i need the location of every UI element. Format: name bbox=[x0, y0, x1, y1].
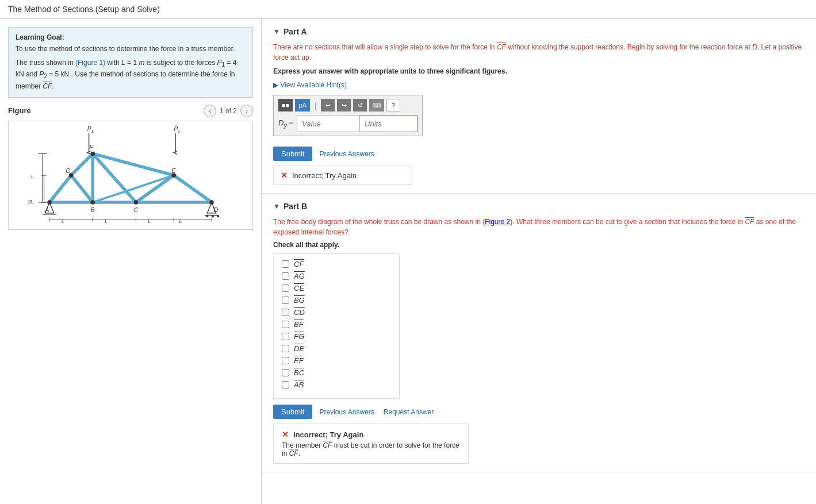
checkbox-item-ce: CE bbox=[282, 284, 391, 293]
page-title: The Method of Sections (Setup and Solve) bbox=[0, 0, 816, 19]
left-panel: Learning Goal: To use the method of sect… bbox=[0, 19, 262, 504]
part-a-section: ▼ Part A There are no sections that will… bbox=[262, 19, 816, 194]
checkbox-ab[interactable] bbox=[282, 381, 289, 388]
checkbox-ef[interactable] bbox=[282, 357, 289, 364]
checkbox-bg[interactable] bbox=[282, 297, 289, 304]
label-de[interactable]: DE bbox=[294, 344, 304, 353]
learning-goal-text: To use the method of sections to determi… bbox=[16, 44, 246, 54]
dy-label: Dy = bbox=[278, 118, 293, 129]
part-a-feedback-text: Incorrect; Try Again bbox=[292, 171, 357, 180]
svg-text:G: G bbox=[66, 168, 70, 174]
checkbox-item-cd: CD bbox=[282, 308, 391, 317]
checkbox-item-de: DE bbox=[282, 344, 391, 353]
label-fg[interactable]: FG bbox=[294, 332, 304, 341]
part-b-feedback: ✕ Incorrect; Try Again The member CF mus… bbox=[273, 424, 469, 464]
svg-text:1: 1 bbox=[91, 129, 93, 134]
label-bc[interactable]: BC bbox=[294, 368, 304, 377]
toolbar-help-btn[interactable]: ? bbox=[386, 99, 400, 111]
svg-text:L: L bbox=[179, 218, 182, 224]
part-b-feedback-title: ✕ Incorrect; Try Again bbox=[282, 430, 460, 439]
part-b-feedback-text: Incorrect; Try Again bbox=[293, 430, 363, 439]
label-bg[interactable]: BG bbox=[294, 296, 305, 305]
checkbox-item-ag: AG bbox=[282, 272, 391, 280]
svg-text:2L: 2L bbox=[27, 199, 33, 205]
express-instruction: Express your answer with appropriate uni… bbox=[273, 67, 804, 75]
svg-text:E: E bbox=[171, 168, 175, 174]
part-b-instruction: The free-body diagram of the whole truss… bbox=[273, 217, 804, 237]
checkbox-item-cf: CF bbox=[282, 260, 391, 268]
toolbar-reset-btn[interactable]: ↺ bbox=[353, 99, 367, 111]
checkbox-item-ef: EF bbox=[282, 356, 391, 365]
part-a-instruction: There are no sections that will allow a … bbox=[273, 42, 804, 63]
figure1-link[interactable]: (Figure 1) bbox=[75, 59, 105, 67]
svg-text:L: L bbox=[148, 218, 151, 224]
input-row: Dy = bbox=[278, 115, 417, 132]
part-b-prev-answers-link[interactable]: Previous Answers bbox=[319, 408, 374, 416]
figure-nav: ‹ 1 of 2 › bbox=[204, 105, 253, 117]
units-input[interactable] bbox=[360, 115, 417, 132]
checkbox-item-ab: AB bbox=[282, 380, 391, 389]
figure-next-btn[interactable]: › bbox=[240, 105, 253, 117]
checkbox-item-bf: BF bbox=[282, 320, 391, 329]
figure2-link[interactable]: Figure 2 bbox=[485, 218, 510, 226]
value-input[interactable] bbox=[297, 115, 360, 132]
right-panel: ▼ Part A There are no sections that will… bbox=[262, 19, 816, 504]
learning-goal-box: Learning Goal: To use the method of sect… bbox=[8, 27, 253, 98]
part-b-header: ▼ Part B bbox=[273, 202, 804, 211]
svg-text:L: L bbox=[62, 218, 64, 224]
part-b-x-icon: ✕ bbox=[282, 430, 289, 439]
svg-point-21 bbox=[90, 151, 95, 156]
checkbox-bf[interactable] bbox=[282, 321, 289, 328]
toolbar-undo-btn[interactable]: ↩ bbox=[321, 99, 335, 111]
part-a-collapse[interactable]: ▼ bbox=[273, 28, 280, 36]
checkbox-fg[interactable] bbox=[282, 333, 289, 340]
input-toolbar: ■■ μA | ↩ ↪ ↺ ⌨ ? Dy = bbox=[273, 95, 423, 136]
label-ab[interactable]: AB bbox=[294, 380, 304, 389]
figure-header: Figure ‹ 1 of 2 › bbox=[8, 105, 253, 117]
label-bf[interactable]: BF bbox=[294, 320, 304, 329]
svg-point-37 bbox=[206, 215, 209, 217]
figure-label: Figure bbox=[8, 106, 31, 115]
svg-text:C: C bbox=[134, 207, 139, 213]
checkbox-de[interactable] bbox=[282, 345, 289, 352]
checkbox-bc[interactable] bbox=[282, 369, 289, 376]
checkbox-ag[interactable] bbox=[282, 272, 289, 280]
part-a-label: Part A bbox=[284, 27, 307, 36]
checkbox-list: CF AG CE BG CD bbox=[273, 253, 400, 399]
label-ef[interactable]: EF bbox=[294, 356, 304, 365]
part-b-collapse[interactable]: ▼ bbox=[273, 202, 280, 210]
checkbox-cd[interactable] bbox=[282, 309, 289, 316]
checkbox-ce[interactable] bbox=[282, 284, 289, 292]
svg-text:L: L bbox=[105, 218, 108, 224]
request-answer-link[interactable]: Request Answer bbox=[384, 408, 434, 416]
hint-link[interactable]: ▶ View Available Hint(s) bbox=[273, 81, 804, 89]
svg-point-39 bbox=[217, 215, 219, 217]
toolbar-symbols-btn[interactable]: ■■ bbox=[278, 99, 293, 111]
part-b-submit-btn[interactable]: Submit bbox=[273, 405, 312, 419]
checkbox-item-bc: BC bbox=[282, 368, 391, 377]
svg-text:F: F bbox=[90, 144, 94, 151]
part-a-submit-btn[interactable]: Submit bbox=[273, 147, 312, 161]
part-b-label: Part B bbox=[284, 202, 307, 211]
svg-point-38 bbox=[212, 215, 214, 217]
figure-prev-btn[interactable]: ‹ bbox=[204, 105, 216, 117]
check-all-text: Check all that apply. bbox=[273, 241, 804, 249]
label-ag[interactable]: AG bbox=[294, 272, 305, 280]
checkbox-cf[interactable] bbox=[282, 260, 289, 268]
toolbar-redo-btn[interactable]: ↪ bbox=[337, 99, 351, 111]
part-a-action-row: Submit Previous Answers bbox=[273, 147, 804, 161]
label-cf[interactable]: CF bbox=[294, 260, 304, 268]
label-ce[interactable]: CE bbox=[294, 284, 304, 293]
part-a-x-icon: ✕ bbox=[281, 171, 288, 180]
figure-area: P 1 P 2 bbox=[8, 121, 253, 230]
part-b-feedback-detail: The member CF must be cut in order to so… bbox=[282, 441, 460, 457]
learning-goal-title: Learning Goal: bbox=[16, 33, 246, 41]
toolbar-kbd-btn[interactable]: ⌨ bbox=[369, 99, 384, 111]
svg-point-23 bbox=[134, 200, 139, 205]
toolbar-row: ■■ μA | ↩ ↪ ↺ ⌨ ? bbox=[278, 99, 417, 111]
label-cd[interactable]: CD bbox=[294, 308, 305, 317]
svg-point-22 bbox=[90, 200, 95, 205]
figure-page: 1 of 2 bbox=[220, 107, 237, 115]
part-a-prev-answers-link[interactable]: Previous Answers bbox=[319, 150, 374, 158]
toolbar-mu-btn[interactable]: μA bbox=[295, 99, 310, 111]
